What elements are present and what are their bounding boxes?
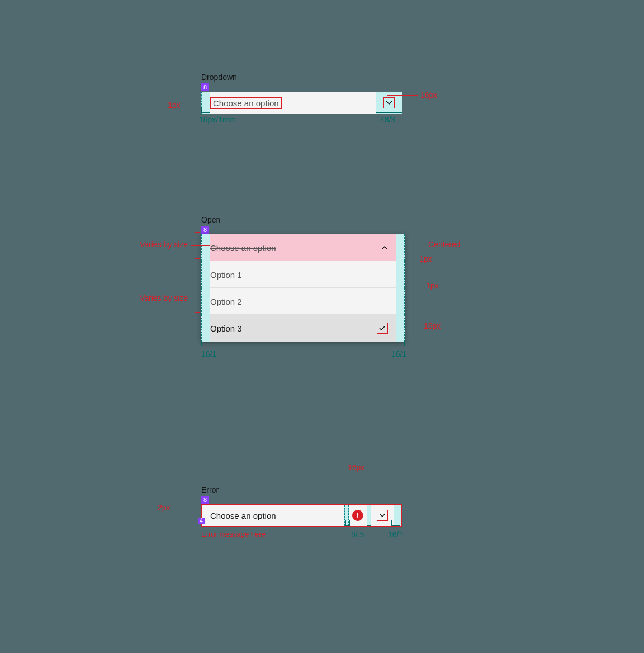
error-message: Error message here [201,530,402,538]
spacing-badge: 8 [201,226,209,234]
dropdown-placeholder: Choose an option [202,511,344,520]
anno-bracket [195,286,200,313]
anno-pad-right: 16/1 [391,349,406,358]
option-label: Option 2 [210,297,396,306]
dropdown-option[interactable]: Option 2 [201,288,405,315]
dropdown-placeholder: Choose an option [210,97,282,109]
anno-line [186,106,210,106]
section-title: Open [201,215,405,224]
anno-left-padding: 16px/1rem [199,115,236,124]
dropdown-field-error[interactable]: Choose an option ! [201,504,402,527]
anno-warn-icon-size: 16px [348,463,364,472]
dropdown-header[interactable]: Choose an option [201,234,405,261]
chevron-down-icon [383,97,395,108]
option-label: Option 3 [210,324,377,333]
spacing-badge: 8 [201,496,209,504]
anno-line [201,248,427,248]
anno-check-size: 16px [424,321,441,330]
spacing-badge-small: 4 [198,518,205,524]
anno-row-height: Varies by size [140,294,188,302]
dropdown-option-selected[interactable]: Option 3 [201,315,405,342]
spacing-badge: 8 [201,83,209,91]
anno-line [387,95,418,96]
anno-gap-large: 16/1 [388,530,403,539]
anno-centered: Centered [428,240,461,249]
anno-divider-2: 1px [426,281,439,290]
anno-right-padding: 48/3 [380,115,395,124]
dropdown-error-spec: Error 8 Choose an option ! 4 Error messa… [201,485,402,538]
anno-divider: 1px [419,254,432,263]
section-title: Error [201,485,402,494]
anno-gap-small: 8/.5 [351,530,364,539]
checkmark-icon [377,323,388,334]
dropdown-closed-spec: Dropdown 8 Choose an option 1px 16px 16p… [201,73,402,114]
option-label: Option 1 [210,270,396,280]
anno-header-height: Varies by size [140,240,188,249]
dropdown-open-spec: Open 8 Choose an option Option 1 Option … [201,215,405,342]
anno-icon-size: 16px [420,91,437,100]
error-icon: ! [352,510,363,521]
anno-bracket [376,107,402,113]
anno-border-width: 2px [158,503,171,512]
anno-border-width: 1px [168,101,181,110]
dropdown-option[interactable]: Option 1 [201,261,405,288]
dropdown-menu[interactable]: Choose an option Option 1 Option 2 Opti [201,234,405,342]
chevron-down-icon [377,510,388,521]
anno-pad-left: 16/1 [201,349,216,358]
section-title: Dropdown [201,73,402,82]
anno-bracket [201,107,210,113]
dropdown-field[interactable]: Choose an option [201,92,402,114]
